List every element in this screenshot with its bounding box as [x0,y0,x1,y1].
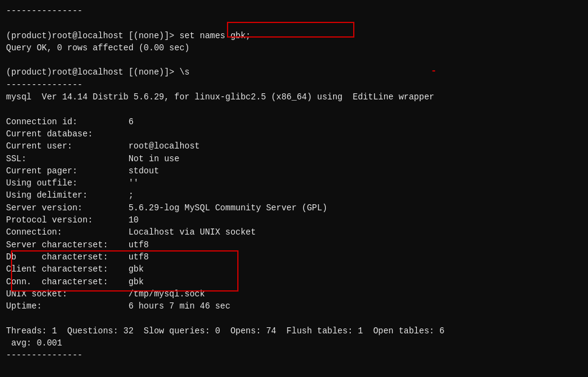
line-ssl: SSL: Not in use [6,153,582,165]
line-pager: Current pager: stdout [6,165,582,177]
line-curr-user: Current user: root@localhost [6,140,582,152]
line-connection: Connection: Localhost via UNIX socket [6,226,582,238]
line-version: mysql Ver 14.14 Distrib 5.6.29, for linu… [6,91,582,103]
line-conn-charset: Conn. characterset: gbk [6,276,582,288]
terminal-window: - --------------- (product)root@localhos… [0,0,588,377]
line-uptime: Uptime: 6 hours 7 min 46 sec [6,300,582,312]
line-blank-4 [6,312,582,324]
line-query-ok: Query OK, 0 rows affected (0.00 sec) [6,42,582,54]
line-end: --------------- [6,349,582,361]
line-0: --------------- [6,5,582,17]
red-dash-indicator: - [431,65,437,76]
line-status-cmd: (product)root@localhost [(none)]> \s [6,66,582,78]
line-threads: Threads: 1 Questions: 32 Slow queries: 0… [6,325,582,337]
line-blank-3 [6,103,582,115]
line-avg: avg: 0.001 [6,337,582,349]
line-outfile: Using outfile: '' [6,177,582,189]
line-client-charset: Client characterset: gbk [6,263,582,275]
line-protocol: Protocol version: 10 [6,214,582,226]
line-delimiter: Using delimiter: ; [6,189,582,201]
line-curr-db: Current database: [6,128,582,140]
line-unix-socket: UNIX socket: /tmp/mysql.sock [6,288,582,300]
line-conn-id: Connection id: 6 [6,116,582,128]
line-set-names: (product)root@localhost [(none)]> set na… [6,30,582,42]
line-server-ver: Server version: 5.6.29-log MySQL Communi… [6,202,582,214]
line-blank-2 [6,54,582,66]
line-1: --------------- [6,79,582,91]
line-db-charset: Db characterset: utf8 [6,251,582,263]
line-server-charset: Server characterset: utf8 [6,239,582,251]
line-blank-1 [6,17,582,29]
